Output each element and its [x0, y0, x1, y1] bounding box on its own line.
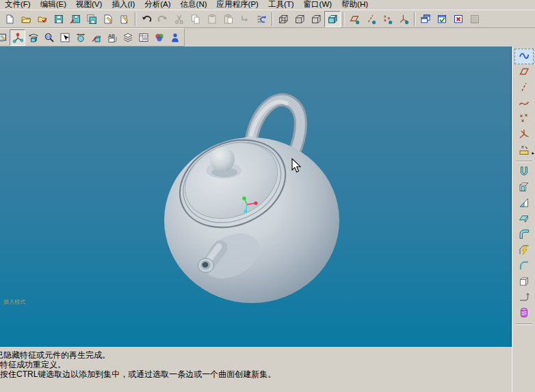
- hole-button[interactable]: [514, 274, 534, 290]
- backup-button[interactable]: [83, 11, 100, 27]
- hole-icon: [518, 275, 530, 290]
- save-button[interactable]: [51, 11, 67, 27]
- new-window-button[interactable]: [417, 11, 434, 27]
- window-close-icon: [453, 14, 464, 25]
- message-line: 已隐藏特征或元件的再生完成。: [0, 351, 512, 361]
- cut-button[interactable]: [171, 11, 187, 27]
- hidden-line-button[interactable]: [291, 11, 308, 27]
- erase-document-button[interactable]: [116, 11, 133, 27]
- route-arrow-icon: [239, 14, 250, 25]
- shaded-button[interactable]: [324, 11, 341, 27]
- menu-help[interactable]: 帮助(H): [337, 0, 373, 10]
- toolbar-separator: [343, 12, 344, 26]
- redraw-button[interactable]: [0, 29, 10, 46]
- paste-button[interactable]: [204, 11, 220, 27]
- flyout-arrow-icon[interactable]: ▸: [532, 151, 534, 155]
- refit-button[interactable]: [73, 29, 88, 46]
- round-small-icon: [518, 259, 530, 274]
- coordinate-system-button[interactable]: [514, 127, 534, 143]
- save-as-button[interactable]: [67, 11, 83, 27]
- draft-button[interactable]: [514, 196, 534, 211]
- curve-icon: [518, 96, 530, 112]
- datum-plane-button[interactable]: [514, 64, 534, 80]
- no-hidden-button[interactable]: [308, 11, 324, 27]
- layers-button[interactable]: [120, 29, 135, 46]
- graphics-viewport[interactable]: 插入模式: [0, 47, 512, 347]
- menu-window[interactable]: 窗口(W): [299, 0, 337, 10]
- undo-button[interactable]: [138, 11, 155, 27]
- orient-mode-button[interactable]: [25, 29, 41, 46]
- datum-axis-button[interactable]: [514, 80, 534, 96]
- wireframe-button[interactable]: [275, 11, 291, 27]
- shell-icon: [518, 181, 530, 196]
- datum-plane-icon: [518, 65, 530, 80]
- round-button[interactable]: [514, 227, 534, 243]
- menu-bar: 文件(F) 编辑(E) 视图(V) 插入(I) 分析(A) 信息(N) 应用程序…: [0, 0, 535, 10]
- new-document-icon: [4, 14, 15, 25]
- redo-button[interactable]: [155, 11, 171, 27]
- extrude-button[interactable]: [514, 164, 534, 180]
- window-activate-icon: [436, 14, 447, 25]
- reorient-button[interactable]: [88, 29, 104, 46]
- style-curve-button[interactable]: [514, 49, 534, 64]
- sketch-tool-button[interactable]: [514, 143, 534, 159]
- sidebar-separator: [516, 324, 532, 325]
- open-button[interactable]: [18, 11, 34, 27]
- cut-icon: [174, 14, 185, 25]
- view-manager-button[interactable]: [135, 29, 151, 46]
- sidebar-separator: [516, 161, 532, 162]
- style-surface-button[interactable]: [514, 306, 534, 322]
- window-activate-button[interactable]: [434, 11, 450, 27]
- menu-applications[interactable]: 应用程序(P): [212, 0, 263, 10]
- menu-info[interactable]: 信息(N): [176, 0, 212, 10]
- zoom-in-button[interactable]: [41, 29, 57, 46]
- menu-edit[interactable]: 编辑(E): [36, 0, 71, 10]
- main-toolbar: [0, 10, 535, 28]
- window-disabled-button[interactable]: [467, 11, 483, 27]
- hidden-line-cube-icon: [294, 14, 305, 25]
- menu-analysis[interactable]: 分析(A): [140, 0, 175, 10]
- edit-document-button[interactable]: [100, 11, 116, 27]
- style-surface-icon: [518, 306, 530, 322]
- datum-point-button[interactable]: [514, 112, 534, 127]
- paste-special-button[interactable]: [220, 11, 237, 27]
- select-box-button[interactable]: [57, 29, 73, 46]
- edit-document-icon: [103, 14, 114, 25]
- shell-button[interactable]: [514, 180, 534, 196]
- new-document-button[interactable]: [1, 11, 18, 27]
- erase-document-icon: [119, 14, 130, 25]
- csys-display-button[interactable]: [395, 11, 412, 27]
- spin-center-button[interactable]: [10, 29, 25, 46]
- rib-arrow-button[interactable]: [514, 290, 534, 306]
- plane-display-button[interactable]: [346, 11, 363, 27]
- datum-axis-icon: [518, 81, 530, 96]
- point-display-button[interactable]: [379, 11, 395, 27]
- message-line: 按住CTRL键选取边以添加到集中，或通过选取一条边或一个曲面创建新集。: [0, 370, 512, 380]
- model-player-button[interactable]: [167, 29, 183, 46]
- menu-insert[interactable]: 插入(I): [107, 0, 140, 10]
- saved-views-button[interactable]: AB: [104, 29, 120, 46]
- axis-display-icon: [365, 14, 376, 25]
- rib-arrow-icon: [518, 291, 530, 306]
- blend-button[interactable]: [514, 211, 534, 227]
- sketch-icon: [518, 144, 530, 159]
- route-arrow-button[interactable]: [237, 11, 253, 27]
- window-close-button[interactable]: [450, 11, 467, 27]
- menu-tools[interactable]: 工具(T): [263, 0, 299, 10]
- style-curve-icon: [518, 49, 530, 64]
- view-toolbar: AB: [0, 28, 185, 47]
- curve-tool-button[interactable]: [514, 96, 534, 112]
- no-hidden-cube-icon: [311, 14, 322, 25]
- axis-display-button[interactable]: [363, 11, 379, 27]
- open-check-button[interactable]: [34, 11, 51, 27]
- chamfer-button[interactable]: [514, 243, 534, 259]
- paste-icon: [207, 14, 218, 25]
- copy-button[interactable]: [187, 11, 204, 27]
- regenerate-button[interactable]: [253, 11, 270, 27]
- feature-toolbar: ▸: [512, 47, 535, 392]
- open-check-icon: [37, 14, 48, 25]
- appearance-gallery-button[interactable]: [151, 29, 167, 46]
- menu-view[interactable]: 视图(V): [71, 0, 107, 10]
- menu-file[interactable]: 文件(F): [0, 0, 36, 10]
- round-small-button[interactable]: [514, 259, 534, 274]
